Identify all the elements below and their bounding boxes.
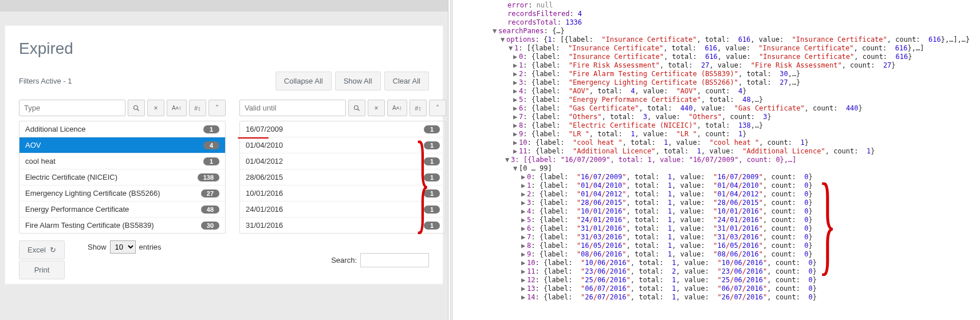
pane-item-label: Fire Alarm Testing Certificate (BS5839) bbox=[25, 221, 154, 230]
pane-item-count: 1 bbox=[424, 157, 440, 165]
svg-line-1 bbox=[137, 109, 139, 110]
pane-item-label: 24/01/2016 bbox=[246, 205, 283, 214]
pane-item[interactable]: 31/01/20161 bbox=[240, 218, 446, 233]
refresh-icon: ↻ bbox=[50, 246, 56, 254]
pane-item-count: 1 bbox=[424, 141, 440, 149]
json-node[interactable]: ▶10: {label: "cool heat ", total: 1, val… bbox=[452, 139, 980, 147]
pane-item-count: 4 bbox=[203, 141, 219, 149]
show-all-button[interactable]: Show All bbox=[335, 72, 381, 90]
search-label: Search: bbox=[331, 256, 357, 264]
type-pane-list: Additional Licence1AOV4cool heat1Electri… bbox=[19, 121, 226, 234]
search-input[interactable] bbox=[360, 253, 429, 267]
split-divider[interactable] bbox=[448, 0, 452, 320]
filters-active-label: Filters Active - 1 bbox=[19, 77, 72, 85]
json-node[interactable]: ▶2: {label: "Fire Alarm Testing Certific… bbox=[452, 70, 980, 78]
json-node[interactable]: ▶12: {label: "25/06/2016", total: 1, val… bbox=[452, 276, 980, 285]
json-node[interactable]: ▶3: {label: "Emergency Lighting Certific… bbox=[452, 78, 980, 87]
json-node[interactable]: ▶13: {label: "06/07/2016", total: 1, val… bbox=[452, 285, 980, 293]
pane-item-label: Additional Licence bbox=[25, 125, 86, 133]
json-node[interactable]: ▼[0 … 99] bbox=[452, 164, 980, 173]
json-node[interactable]: ▶2: {label: "01/04/2012", total: 1, valu… bbox=[452, 190, 980, 199]
sort-alpha-button[interactable]: AA↕ bbox=[387, 100, 407, 116]
sort-num-button[interactable]: #↕ bbox=[410, 100, 427, 116]
json-node[interactable]: error: null bbox=[452, 1, 980, 10]
svg-point-0 bbox=[134, 105, 138, 109]
json-node[interactable]: ▶8: {label: "16/05/2016", total: 1, valu… bbox=[452, 242, 980, 250]
type-filter-input[interactable] bbox=[19, 100, 125, 116]
sort-alpha-button[interactable]: AA↕ bbox=[167, 100, 187, 116]
search-icon[interactable] bbox=[348, 100, 365, 116]
json-node[interactable]: ▶7: {label: "31/03/2016", total: 1, valu… bbox=[452, 233, 980, 242]
pane-item[interactable]: 28/06/20151 bbox=[240, 169, 446, 185]
pane-item[interactable]: Electric Certificate (NICEIC)138 bbox=[19, 169, 225, 185]
json-node[interactable]: ▼1: [{label: "Insurance Certificate", to… bbox=[452, 44, 980, 53]
json-node[interactable]: recordsFiltered: 4 bbox=[452, 10, 980, 18]
json-node[interactable]: ▶0: {label: "16/07/2009", total: 1, valu… bbox=[452, 173, 980, 181]
pane-item-count: 1 bbox=[424, 173, 440, 181]
print-button[interactable]: Print bbox=[19, 260, 65, 279]
json-node[interactable]: ▶1: {label: "Fire Risk Assessment", tota… bbox=[452, 61, 980, 70]
pane-item[interactable]: 01/04/20101 bbox=[240, 137, 446, 153]
json-node[interactable]: ▶1: {label: "01/04/2010", total: 1, valu… bbox=[452, 181, 980, 190]
pane-item-count: 1 bbox=[424, 125, 440, 133]
json-node[interactable]: ▶14: {label: "26/07/2016", total: 1, val… bbox=[452, 293, 980, 302]
pane-item-label: 28/06/2015 bbox=[246, 173, 283, 181]
json-node[interactable]: ▶10: {label: "10/06/2016", total: 1, val… bbox=[452, 259, 980, 267]
json-node[interactable]: ▶5: {label: "Energy Performance Certific… bbox=[452, 96, 980, 104]
pane-item[interactable]: 10/01/20161 bbox=[240, 185, 446, 202]
pane-item-count: 1 bbox=[424, 189, 440, 197]
pane-item-count: 1 bbox=[203, 125, 219, 133]
pane-item[interactable]: Additional Licence1 bbox=[19, 121, 225, 137]
sort-num-button[interactable]: #↕ bbox=[189, 100, 206, 116]
pane-item[interactable]: AOV4 bbox=[19, 137, 225, 153]
clear-filter-button[interactable]: × bbox=[368, 100, 385, 116]
pane-item-count: 48 bbox=[201, 206, 219, 214]
json-node[interactable]: ▶6: {label: "Gas Certificate", total: 44… bbox=[452, 104, 980, 113]
valid-filter-input[interactable] bbox=[239, 100, 346, 116]
json-node[interactable]: ▶3: {label: "28/06/2015", total: 1, valu… bbox=[452, 199, 980, 207]
json-node[interactable]: ▼searchPanes: {…} bbox=[452, 27, 980, 35]
pane-type: × AA↕ #↕ ˄ Additional Licence1AOV4cool h… bbox=[19, 100, 226, 234]
pane-item[interactable]: 16/07/20091 bbox=[240, 121, 446, 137]
json-node[interactable]: ▶8: {label: "Electric Certificate (NICEI… bbox=[452, 121, 980, 130]
pane-item[interactable]: 01/04/20121 bbox=[240, 153, 446, 169]
svg-point-2 bbox=[355, 105, 359, 109]
pane-item-label: cool heat bbox=[25, 157, 56, 165]
pane-item-count: 1 bbox=[203, 157, 219, 165]
pane-item[interactable]: 24/01/20161 bbox=[240, 202, 446, 218]
json-node[interactable]: ▶4: {label: "AOV", total: 4, value: "AOV… bbox=[452, 87, 980, 96]
pane-item[interactable]: Energy Performance Certificate48 bbox=[19, 202, 225, 218]
pane-item[interactable]: Emergency Lighting Certificate (BS5266)2… bbox=[19, 185, 225, 202]
search-icon[interactable] bbox=[128, 100, 145, 116]
excel-button[interactable]: Excel ↻ bbox=[19, 240, 65, 259]
json-node[interactable]: ▶4: {label: "10/01/2016", total: 1, valu… bbox=[452, 207, 980, 216]
pane-item-label: 31/01/2016 bbox=[246, 221, 283, 230]
clear-all-button[interactable]: Clear All bbox=[384, 72, 429, 90]
pane-item[interactable]: Fire Alarm Testing Certificate (BS5839)3… bbox=[19, 218, 225, 233]
collapse-pane-button[interactable]: ˄ bbox=[429, 100, 446, 116]
page-size-select[interactable]: 10 bbox=[110, 240, 136, 254]
json-node[interactable]: ▶7: {label: "Others", total: 3, value: "… bbox=[452, 113, 980, 121]
json-node[interactable]: ▶11: {label: "Additional Licence", total… bbox=[452, 147, 980, 156]
clear-filter-button[interactable]: × bbox=[147, 100, 164, 116]
pane-item-count: 138 bbox=[198, 173, 219, 181]
json-node[interactable]: recordsTotal: 1336 bbox=[452, 18, 980, 27]
page-title: Expired bbox=[19, 39, 429, 58]
topbar bbox=[0, 0, 448, 11]
json-node[interactable]: ▶0: {label: "Insurance Certificate", tot… bbox=[452, 53, 980, 61]
json-node[interactable]: ▼options: {1: [{label: "Insurance Certif… bbox=[452, 35, 980, 44]
show-label: Show bbox=[88, 243, 107, 251]
json-node[interactable]: ▶5: {label: "24/01/2016", total: 1, valu… bbox=[452, 216, 980, 224]
filters-row: Filters Active - 1 Collapse All Show All… bbox=[19, 72, 429, 90]
json-node[interactable]: ▼3: [{label: "16/07/2009", total: 1, val… bbox=[452, 156, 980, 164]
json-node[interactable]: ▶6: {label: "31/01/2016", total: 1, valu… bbox=[452, 224, 980, 233]
pane-item[interactable]: cool heat1 bbox=[19, 153, 225, 169]
collapse-pane-button[interactable]: ˄ bbox=[208, 100, 226, 116]
json-node[interactable]: ▶9: {label: "08/06/2016", total: 1, valu… bbox=[452, 250, 980, 259]
pane-item-label: 10/01/2016 bbox=[246, 189, 283, 197]
collapse-all-button[interactable]: Collapse All bbox=[275, 72, 332, 90]
json-node[interactable]: ▶11: {label: "23/06/2016", total: 2, val… bbox=[452, 267, 980, 276]
pane-valid-until: × AA↕ #↕ ˄ 16/07/2009101/04/2010101/04/2… bbox=[239, 100, 446, 234]
svg-line-3 bbox=[358, 109, 360, 110]
json-node[interactable]: ▶9: {label: "LR ", total: 1, value: "LR … bbox=[452, 130, 980, 139]
